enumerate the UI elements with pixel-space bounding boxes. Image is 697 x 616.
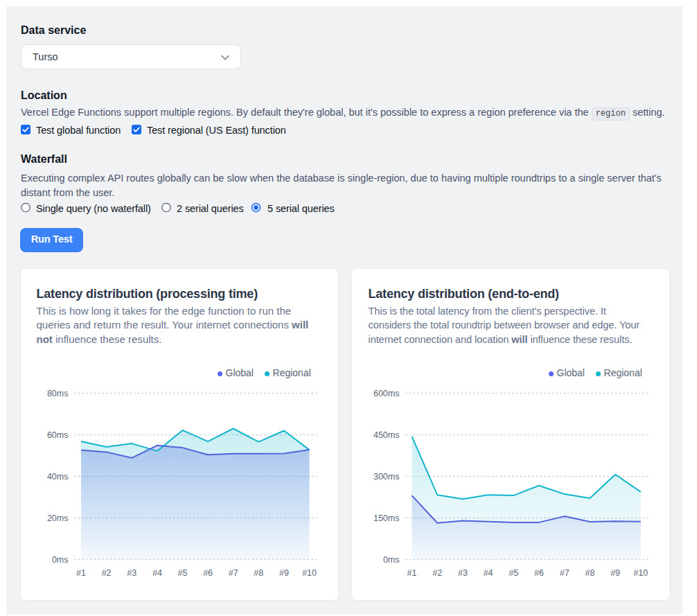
svg-text:80ms: 80ms	[46, 389, 68, 398]
svg-text:60ms: 60ms	[46, 430, 68, 440]
svg-text:#3: #3	[127, 568, 136, 578]
svg-text:450ms: 450ms	[373, 430, 399, 440]
svg-text:#5: #5	[509, 568, 518, 578]
svg-text:#6: #6	[203, 568, 213, 578]
svg-text:#7: #7	[228, 568, 238, 578]
svg-text:#4: #4	[483, 568, 493, 578]
svg-text:#2: #2	[432, 568, 442, 578]
svg-text:#3: #3	[457, 568, 467, 578]
svg-text:#1: #1	[407, 568, 416, 578]
svg-text:40ms: 40ms	[46, 472, 68, 482]
svg-text:#4: #4	[152, 568, 161, 578]
svg-text:#8: #8	[254, 568, 263, 578]
svg-text:#6: #6	[534, 568, 544, 578]
svg-text:0ms: 0ms	[51, 555, 68, 565]
svg-text:#10: #10	[633, 568, 648, 578]
svg-text:#5: #5	[177, 568, 187, 578]
svg-text:#1: #1	[76, 568, 86, 578]
svg-text:300ms: 300ms	[373, 472, 399, 482]
svg-text:#9: #9	[279, 568, 289, 578]
svg-text:#10: #10	[302, 568, 317, 578]
svg-text:#7: #7	[559, 568, 569, 578]
svg-text:0ms: 0ms	[382, 555, 399, 565]
svg-text:600ms: 600ms	[373, 389, 399, 398]
svg-text:#8: #8	[585, 568, 594, 578]
svg-text:#9: #9	[610, 568, 620, 578]
svg-text:#2: #2	[101, 568, 111, 578]
svg-text:20ms: 20ms	[46, 513, 68, 523]
svg-text:150ms: 150ms	[373, 513, 399, 523]
